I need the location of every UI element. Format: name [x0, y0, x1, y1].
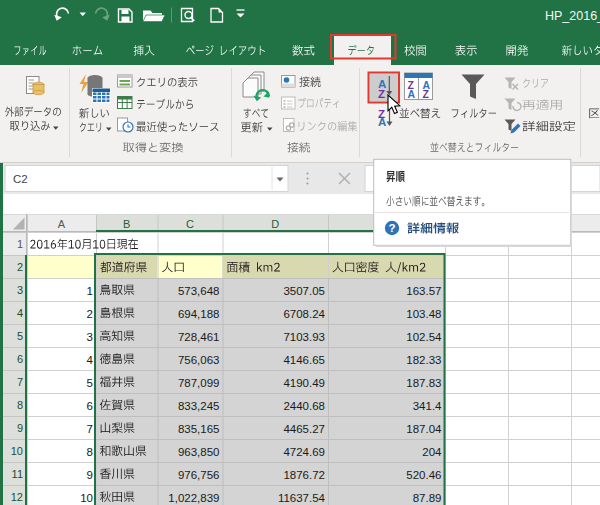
svg-text:573,648: 573,648 [178, 285, 220, 297]
svg-text:694,188: 694,188 [178, 308, 220, 320]
svg-text:6: 6 [17, 353, 23, 365]
svg-text:4465.27: 4465.27 [283, 423, 325, 435]
svg-text:C: C [186, 218, 194, 230]
svg-text:9: 9 [17, 422, 23, 434]
svg-text:8: 8 [87, 446, 93, 458]
svg-text:728,461: 728,461 [178, 331, 220, 343]
svg-text:187.83: 187.83 [406, 377, 441, 389]
svg-text:7: 7 [17, 376, 23, 388]
svg-text:A: A [408, 88, 416, 100]
svg-text:3507.05: 3507.05 [283, 285, 325, 297]
svg-text:1: 1 [17, 238, 23, 250]
svg-text:4190.49: 4190.49 [283, 377, 325, 389]
svg-text:11637.54: 11637.54 [278, 492, 326, 504]
svg-text:A: A [378, 116, 386, 128]
svg-text:8: 8 [17, 399, 23, 411]
svg-text:1876.72: 1876.72 [283, 469, 325, 481]
svg-text:A: A [58, 218, 66, 230]
svg-text:6: 6 [87, 400, 93, 412]
svg-text:10: 10 [11, 445, 23, 457]
svg-text:182.33: 182.33 [406, 354, 441, 366]
svg-text:5: 5 [17, 330, 23, 342]
svg-text:7103.93: 7103.93 [283, 331, 325, 343]
svg-text:2440.68: 2440.68 [283, 400, 325, 412]
svg-text:835,165: 835,165 [178, 423, 220, 435]
svg-text:6708.24: 6708.24 [283, 308, 325, 320]
svg-text:2: 2 [87, 308, 93, 320]
svg-text:Z: Z [378, 88, 385, 100]
svg-text:10: 10 [80, 492, 93, 504]
svg-text:1: 1 [87, 285, 93, 297]
svg-text:3: 3 [87, 331, 93, 343]
svg-text:4: 4 [17, 307, 23, 319]
svg-text:4146.65: 4146.65 [283, 354, 325, 366]
svg-text:C2: C2 [13, 173, 28, 185]
svg-text:756,063: 756,063 [178, 354, 220, 366]
svg-text:520.46: 520.46 [406, 469, 441, 481]
svg-text:1,022,839: 1,022,839 [168, 492, 219, 504]
svg-text:7: 7 [87, 423, 93, 435]
svg-text:5: 5 [87, 377, 93, 389]
svg-text:787,099: 787,099 [178, 377, 220, 389]
svg-text:B: B [123, 218, 130, 230]
svg-text:103.48: 103.48 [406, 308, 441, 320]
svg-text:HP_2016_: HP_2016_ [545, 9, 600, 23]
svg-text:2: 2 [17, 261, 23, 273]
svg-text:833,245: 833,245 [178, 400, 220, 412]
svg-text:187.04: 187.04 [406, 423, 442, 435]
svg-text:963,850: 963,850 [178, 446, 220, 458]
svg-text:Z: Z [423, 88, 430, 100]
svg-text:102.54: 102.54 [406, 331, 442, 343]
svg-text:4724.69: 4724.69 [283, 446, 325, 458]
svg-text:204: 204 [422, 446, 442, 458]
svg-text:12: 12 [11, 491, 23, 503]
svg-text:341.4: 341.4 [413, 400, 442, 412]
svg-text:9: 9 [87, 469, 93, 481]
svg-text:11: 11 [12, 468, 23, 480]
svg-text:976,756: 976,756 [178, 469, 220, 481]
svg-text:D: D [271, 218, 279, 230]
svg-text:87.89: 87.89 [413, 492, 442, 504]
svg-text:?: ? [388, 222, 395, 234]
svg-text:3: 3 [17, 284, 23, 296]
svg-text:163.57: 163.57 [406, 285, 441, 297]
svg-text:4: 4 [87, 354, 94, 366]
